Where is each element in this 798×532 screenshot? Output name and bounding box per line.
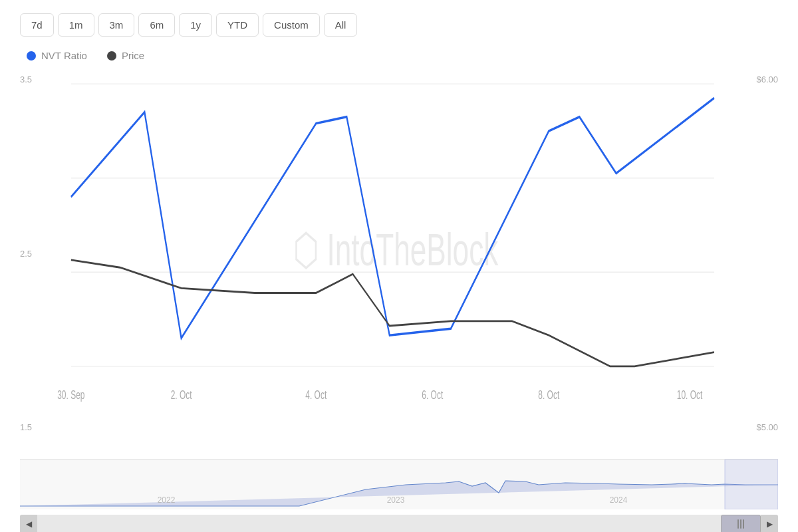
svg-rect-5 [725,460,778,509]
grip-line-2 [740,519,741,529]
time-range-bar: 7d 1m 3m 6m 1y YTD Custom All [20,13,778,37]
watermark-text: ⬡ IntoTheBlock [293,224,499,275]
scroll-left-arrow[interactable]: ◀ [20,515,37,532]
btn-6m[interactable]: 6m [138,13,175,37]
btn-3m[interactable]: 3m [98,13,135,37]
main-chart-wrapper: 3.5 2.5 1.5 $6.00 $5.00 ⬡ IntoTheBlock [20,68,778,452]
legend: NVT Ratio Price [20,50,778,61]
overview-2022: 2022 [158,495,176,505]
main-chart-svg: ⬡ IntoTheBlock 30. Sep [20,68,778,452]
overview-2023: 2023 [387,495,405,505]
x-label-oct8: 8. Oct [538,388,559,402]
price-line [71,260,714,366]
scrollbar[interactable]: ◀ ▶ [20,515,778,532]
btn-1m[interactable]: 1m [58,13,94,37]
overview-2024: 2024 [610,495,628,505]
overview-svg: 2022 2023 2024 [20,460,778,509]
btn-1y[interactable]: 1y [179,13,212,37]
grip-line-3 [743,519,744,529]
y-label-25: 2.5 [20,249,32,259]
scroll-right-arrow[interactable]: ▶ [761,515,778,532]
legend-price: Price [107,50,144,61]
legend-nvt: NVT Ratio [27,50,87,61]
nvt-line [71,98,714,338]
price-dot [107,51,116,61]
y-label-6: $6.00 [756,74,778,84]
btn-ytd[interactable]: YTD [216,13,259,37]
scrollbar-track[interactable] [37,515,761,532]
nvt-label: NVT Ratio [41,50,87,61]
nvt-dot [27,51,36,61]
x-label-oct6: 6. Oct [422,388,443,402]
grip-line-1 [737,519,739,529]
x-label-sep30: 30. Sep [57,388,84,402]
x-label-oct2: 2. Oct [171,388,192,402]
y-label-15: 1.5 [20,422,32,432]
y-label-5: $5.00 [756,422,778,432]
btn-7d[interactable]: 7d [20,13,54,37]
x-label-oct4: 4. Oct [305,388,327,402]
y-axis-right: $6.00 $5.00 [756,68,778,452]
main-container: 7d 1m 3m 6m 1y YTD Custom All NVT Ratio … [0,0,798,532]
scrollbar-thumb[interactable] [721,515,761,532]
overview-wrapper: 2022 2023 2024 ◀ ▶ [20,459,778,519]
btn-custom[interactable]: Custom [263,13,320,37]
y-axis-left: 3.5 2.5 1.5 [20,68,32,452]
btn-all[interactable]: All [324,13,358,37]
x-label-oct10: 10. Oct [677,388,703,402]
y-label-35: 3.5 [20,74,32,84]
price-label: Price [122,50,144,61]
chart-area: 3.5 2.5 1.5 $6.00 $5.00 ⬡ IntoTheBlock [20,68,778,519]
